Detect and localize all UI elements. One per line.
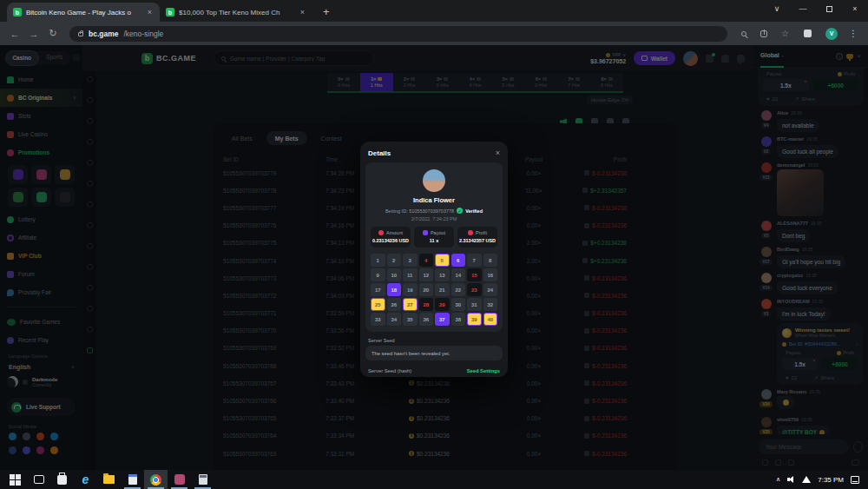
- keno-number-tile: 4: [419, 254, 434, 267]
- tab-close-icon[interactable]: ×: [146, 8, 154, 17]
- chrome-icon: [150, 474, 161, 486]
- keno-number-tile: 18: [387, 283, 402, 296]
- browser-toolbar: ← → ↻ bc.game/keno-single ☆ V ⋮: [0, 22, 868, 45]
- search-tabs-icon[interactable]: [741, 31, 746, 36]
- browser-tab[interactable]: b Bitcoin Keno Game - Play Jacks o ×: [7, 3, 160, 22]
- keno-number-tile: 37: [435, 313, 450, 326]
- keno-number-tile: 8: [483, 254, 498, 267]
- taskbar-app[interactable]: [50, 470, 74, 489]
- taskbar-app[interactable]: e: [74, 470, 97, 489]
- windows-taskbar: e ∧ 7:35 PM: [0, 470, 868, 489]
- server-seed-label: Server Seed: [368, 338, 500, 343]
- taskbar-app[interactable]: [97, 470, 121, 489]
- taskbar-app[interactable]: [191, 470, 214, 489]
- edge-icon: e: [80, 474, 91, 486]
- system-tray: ∧ 7:35 PM: [776, 476, 868, 484]
- keno-number-tile: 31: [467, 298, 482, 311]
- share-icon[interactable]: [760, 30, 767, 37]
- new-tab-button[interactable]: +: [323, 5, 330, 18]
- payout-icon: [423, 230, 428, 235]
- keno-number-tile: 6: [451, 254, 466, 267]
- taskbar-app[interactable]: [27, 470, 50, 489]
- lock-icon: [78, 32, 83, 36]
- verified-check-icon: ✓: [457, 208, 463, 214]
- keno-number-tile: 3: [403, 254, 418, 267]
- address-bar[interactable]: bc.game/keno-single: [69, 26, 727, 42]
- keno-number-tile: 9: [371, 268, 385, 281]
- amount-coin-icon: [378, 230, 384, 235]
- keno-number-tile: 21: [435, 283, 450, 296]
- paint-icon: [174, 474, 185, 485]
- task-view-icon: [34, 475, 44, 484]
- tray-chevron-icon[interactable]: ∧: [776, 476, 780, 483]
- keno-number-tile: 30: [451, 298, 466, 311]
- keno-number-tile: 17: [371, 283, 385, 296]
- tab-title: $10,000 Top Tier Keno Mixed Ch: [179, 9, 294, 17]
- page-content: CasinoSports Home BC Originals › Slots: [0, 45, 868, 470]
- url-host: bc.game: [89, 30, 119, 38]
- forward-icon[interactable]: →: [26, 29, 42, 39]
- keno-number-tile: 15: [467, 268, 482, 281]
- stat-value: 0.23134236 USD: [372, 238, 409, 243]
- extensions-icon[interactable]: [804, 30, 812, 37]
- close-button[interactable]: ×: [842, 0, 868, 17]
- browser-menu-icon[interactable]: ⋮: [849, 29, 858, 38]
- profit-coin-icon: [468, 230, 473, 235]
- volume-icon[interactable]: [787, 476, 795, 483]
- bookmark-star-icon[interactable]: ☆: [781, 29, 789, 38]
- verified-label[interactable]: Verified: [465, 208, 483, 214]
- keno-number-tile: 33: [371, 313, 385, 326]
- tab-title: Bitcoin Keno Game - Play Jacks o: [26, 9, 141, 17]
- keno-number-tile: 28: [419, 298, 434, 311]
- keno-number-tile: 2: [387, 254, 402, 267]
- modal-title: Details: [368, 149, 391, 157]
- bet-datetime: 2/7/2022, 7:34:23 PM: [411, 216, 457, 221]
- stat-box: Profit 2.31342357 USD: [457, 227, 497, 248]
- keno-number-tile: 19: [403, 283, 418, 296]
- keno-number-tile: 5: [435, 254, 450, 267]
- player-name: Indica Flower: [413, 196, 455, 204]
- site-favicon: b: [13, 8, 22, 17]
- bet-details-modal: Details × Indica Flower Betting ID: 5105…: [360, 142, 508, 377]
- maximize-button[interactable]: [816, 0, 842, 17]
- stat-box: Payout 11 x: [414, 227, 454, 248]
- keno-grid: 1234567891011121314151617181920212223242…: [371, 254, 497, 326]
- taskbar-app[interactable]: [121, 470, 144, 489]
- keno-number-tile: 32: [483, 298, 498, 311]
- taskbar-app[interactable]: [168, 470, 191, 489]
- keno-number-tile: 23: [467, 283, 482, 296]
- keno-number-tile: 24: [483, 283, 498, 296]
- keno-number-tile: 10: [387, 268, 402, 281]
- keno-number-tile: 29: [435, 298, 450, 311]
- player-avatar: [423, 169, 445, 192]
- modal-close-icon[interactable]: ×: [496, 149, 500, 157]
- keno-number-tile: 27: [403, 298, 418, 311]
- minimize-button[interactable]: —: [790, 0, 816, 17]
- clock[interactable]: 7:35 PM: [818, 476, 844, 484]
- browser-tab[interactable]: b $10,000 Top Tier Keno Mixed Ch ×: [160, 3, 312, 22]
- server-seed-hash-label: Server Seed (hash): [368, 368, 411, 373]
- server-seed-value: The seed hasn't been revealed yet.: [365, 346, 503, 360]
- action-center-icon[interactable]: [851, 476, 859, 484]
- seed-settings-link[interactable]: Seed Settings: [467, 368, 500, 373]
- store-icon: [57, 475, 67, 485]
- keno-number-tile: 12: [419, 268, 434, 281]
- back-icon[interactable]: ←: [7, 29, 23, 39]
- keno-number-tile: 39: [467, 313, 482, 326]
- reload-icon[interactable]: ↻: [45, 28, 61, 39]
- url-path: /keno-single: [124, 30, 164, 38]
- keno-number-tile: 40: [483, 313, 498, 326]
- browser-tab-strip: b Bitcoin Keno Game - Play Jacks o × b $…: [0, 0, 868, 22]
- stat-value: 2.31342357 USD: [459, 238, 496, 243]
- network-icon[interactable]: [802, 476, 811, 483]
- taskbar-app[interactable]: [144, 470, 168, 489]
- browser-profile-avatar[interactable]: V: [825, 28, 838, 40]
- keno-number-tile: 14: [451, 268, 466, 281]
- keno-number-tile: 13: [435, 268, 450, 281]
- taskbar-app[interactable]: [3, 470, 27, 489]
- tab-close-icon[interactable]: ×: [299, 8, 306, 17]
- tab-search-icon[interactable]: ∨: [764, 0, 790, 17]
- keno-number-tile: 7: [467, 254, 482, 267]
- keno-number-tile: 35: [403, 313, 418, 326]
- notepad-icon: [128, 474, 137, 485]
